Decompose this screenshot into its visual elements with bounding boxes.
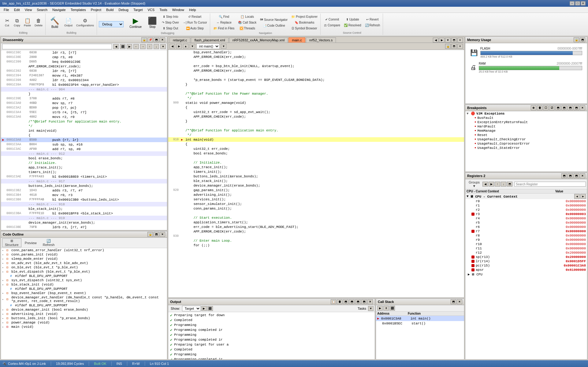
copy-button[interactable]: ⧉ Copy xyxy=(12,17,22,28)
callstack-close-btn[interactable]: ✕ xyxy=(457,299,462,304)
reg-btn3[interactable]: ⬒ xyxy=(574,173,579,178)
cpu-leaf[interactable]: ▶🖥 CPU xyxy=(465,272,587,277)
commit-button[interactable]: ✔ Commit xyxy=(322,17,342,22)
reg-nav1[interactable]: ◀ xyxy=(482,182,488,187)
menu-item-tools[interactable]: Tools xyxy=(157,7,170,12)
cs-nav-btn3[interactable]: ⬛ xyxy=(389,306,395,311)
bp-btn2[interactable]: 🗑 xyxy=(537,105,542,110)
bp-item-busfault[interactable]: ●BusFault xyxy=(465,116,587,120)
paste-button[interactable]: 📋 Paste xyxy=(22,17,32,28)
locals-button[interactable]: 📋 Locals xyxy=(236,14,258,19)
bp-btn8[interactable]: ⬒ xyxy=(574,105,579,110)
outline-item[interactable]: ##ifdef BLE_DFU_APP_SUPPORT xyxy=(1,274,167,278)
editor-float-btn[interactable]: ⬒ xyxy=(451,44,457,49)
project-explorer-button[interactable]: 📁 Project Explorer xyxy=(290,14,319,19)
disassembly-close-btn[interactable]: ✕ xyxy=(160,37,165,42)
menu-item-window[interactable]: Window xyxy=(170,7,187,12)
outline-tab-preview[interactable]: Preview xyxy=(22,240,39,245)
symbol-browser-button[interactable]: Ω Symbol Browser xyxy=(290,26,319,31)
threads-button[interactable]: 🔀 Threads xyxy=(236,26,258,31)
replace-button[interactable]: ↔ Replace xyxy=(212,20,236,25)
groups-btn[interactable]: Groups ▼ xyxy=(467,180,482,188)
bp-item-memmanage[interactable]: ●MemManage xyxy=(465,129,587,133)
run-to-cursor-button[interactable]: →| Run To Cursor xyxy=(181,20,209,25)
bp-btn5[interactable]: ⬒ xyxy=(555,105,561,110)
outline-item[interactable]: ##ifdef BLE_DFU_APP_SUPPORT xyxy=(1,303,167,308)
menu-item-debug[interactable]: Debug xyxy=(116,7,131,12)
disassembly-float-btn[interactable]: ⬒ xyxy=(154,37,159,42)
output-btn6[interactable]: ⬒ xyxy=(361,299,367,304)
menu-item-build[interactable]: Build xyxy=(104,7,116,12)
outline-item[interactable]: ▸⊡on_adv_evt (ble_adv_evt_t ble_adv_evt) xyxy=(1,261,167,265)
outline-item[interactable]: ▸⊡conn_params_init (void) xyxy=(1,252,167,257)
tab-flash-placement-xml[interactable]: flash_placement.xml xyxy=(191,37,228,43)
reg-close-btn[interactable]: ✕ xyxy=(580,173,585,178)
bookmarks-button[interactable]: 🔖 Bookmarks xyxy=(290,20,319,25)
bp-btn6[interactable]: ⬒ xyxy=(561,105,567,110)
outline-item[interactable]: ▸⊡sys_evt_dispatch (uint32_t sys_evt) xyxy=(1,278,167,282)
editor-close-btn[interactable]: ✕ xyxy=(457,44,463,49)
registers-cpu-group[interactable]: ▼🖥 CPU - Current Context◀▶ xyxy=(465,194,587,199)
disassembly-nav-back[interactable]: ← xyxy=(133,44,139,49)
register-search-input[interactable] xyxy=(514,182,586,187)
outline-item[interactable]: ▸⊡ble_evt_dispatch (ble_evt_t *p_ble_evt… xyxy=(1,270,167,274)
reg-nav3[interactable]: ↑ xyxy=(495,182,500,187)
bp-close-btn[interactable]: ✕ xyxy=(580,105,585,110)
outline-item[interactable]: ▸⊡sleep_mode_enter (void) xyxy=(1,257,167,261)
bp-item-usagefaultcheckingerror[interactable]: ●UsageFault_CheckingError xyxy=(465,137,587,142)
find-in-files-button[interactable]: 📂 Find in Files xyxy=(212,26,236,31)
source-editor[interactable]: bsp_event_handler); APP_ERROR_CHECK(err_… xyxy=(168,50,464,297)
refresh-button[interactable]: 🔄 Refresh xyxy=(363,23,382,28)
mem-float-btn[interactable]: ⬒ xyxy=(580,37,585,42)
menu-item-edit[interactable]: Edit xyxy=(12,7,22,12)
disassembly-pin-btn[interactable]: 📌 xyxy=(147,37,153,42)
outline-float-btn[interactable]: ⬒ xyxy=(154,232,159,237)
bp-btn4[interactable]: ☑ xyxy=(549,105,555,110)
compare-button[interactable]: ⚖ Compare xyxy=(322,23,342,28)
outline-item[interactable]: ##ifdef BLE_DFU_APP_SUPPORT xyxy=(1,287,167,291)
mem-lock-btn[interactable]: 🔒 xyxy=(574,37,579,42)
outline-item[interactable]: ▸⊡on_ble_evt (ble_evt_t *p_ble_evt) xyxy=(1,265,167,270)
cs-nav-btn2[interactable]: ⏸ xyxy=(383,306,389,311)
output-tasks-btn[interactable]: ▼ xyxy=(368,306,374,311)
debug-mode-dropdown[interactable]: Debug xyxy=(99,21,124,27)
build-button[interactable]: 🔨 Build xyxy=(47,15,62,30)
source-navigator-button[interactable]: 🗺 Source Navigator xyxy=(259,17,289,22)
call-stack-button[interactable]: 📚 Call Stack xyxy=(236,20,258,25)
auto-step-button[interactable]: ⏩ Auto Step xyxy=(181,26,209,31)
delete-button[interactable]: 🗑 Delete xyxy=(33,17,44,28)
disassembly-code-area[interactable]: 0001C38C6838ldr r3, [r7]0001C38E2800cmp … xyxy=(1,50,167,230)
show-combo[interactable]: Target xyxy=(182,306,201,311)
menu-item-vcs[interactable]: VCS xyxy=(145,7,157,12)
nav-dn-btn[interactable]: ▼ xyxy=(190,44,195,49)
search-next-btn[interactable]: ▶ xyxy=(127,44,132,49)
cs-nav-btn1[interactable]: ▶ xyxy=(377,306,383,311)
find-button[interactable]: 🔍 Find xyxy=(212,14,236,19)
update-button[interactable]: ⬆ Update xyxy=(342,17,363,22)
nav-up-btn[interactable]: ▲ xyxy=(183,44,188,49)
search-prev-btn[interactable]: ◀ xyxy=(113,44,119,49)
outline-close-btn[interactable]: ✕ xyxy=(160,232,165,237)
disassembly-nav-fwd[interactable]: → xyxy=(140,44,146,49)
step-over-button[interactable]: ↷ Step Over xyxy=(160,20,180,25)
reg-nav4[interactable]: ↓ xyxy=(501,182,506,187)
menu-item-file[interactable]: File xyxy=(1,7,12,12)
maximize-button[interactable]: □ xyxy=(575,1,580,6)
tab-nRF52832-xxAA-MemoryMap-xml[interactable]: nRF52832_xxAA_MemoryMap.xml xyxy=(229,37,288,43)
menu-item-help[interactable]: Help xyxy=(187,7,199,12)
output-button[interactable]: 📄 Output xyxy=(63,17,74,28)
cut-button[interactable]: ✂ Cut xyxy=(2,17,12,28)
output-btn1[interactable]: 📋 xyxy=(331,299,336,304)
outline-refresh-btn[interactable]: 🔄 Refresh xyxy=(40,238,58,247)
bp-item-usagefaultcoprocesorerror[interactable]: ●UsageFault_CoprocesorError xyxy=(465,142,587,146)
outline-item[interactable]: ▸⊡buttons_leds_init (bool *p_erase_bonds… xyxy=(1,316,167,320)
stop-button[interactable]: ⬛ Stop xyxy=(145,15,160,30)
bp-item-exceptionentryreturnfault[interactable]: ●ExceptionEntryReturnFault xyxy=(465,120,587,124)
output-btn3[interactable]: ⬒ xyxy=(343,299,348,304)
disassembly-stop-btn[interactable]: ⬛ xyxy=(120,44,125,49)
outline-tab-structure[interactable]: ⊞ Structure xyxy=(2,238,21,247)
outline-lock-btn[interactable]: 🔒 xyxy=(147,232,153,237)
bp-btn1[interactable]: ⊕ xyxy=(531,105,536,110)
editor-lock-btn[interactable]: 🔒 xyxy=(445,44,451,49)
tab-float[interactable]: ⬒ xyxy=(451,38,457,43)
